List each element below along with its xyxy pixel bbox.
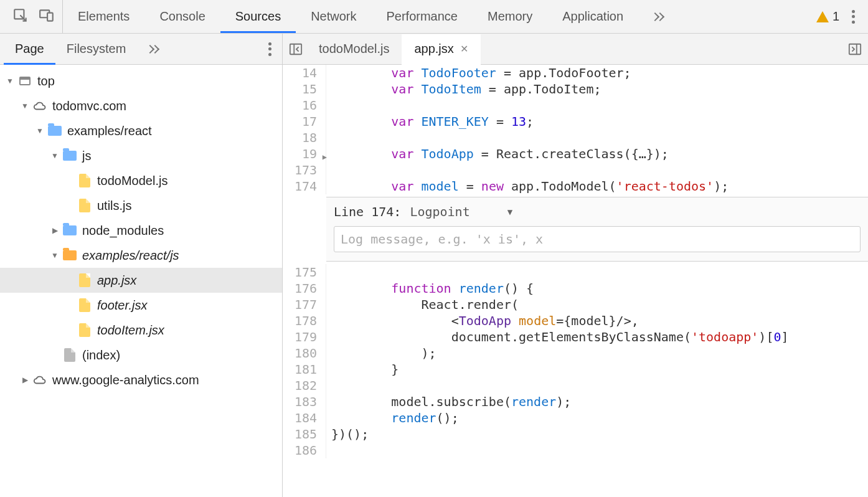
editor-tabbar: todoModel.js app.jsx ✕ <box>283 34 868 65</box>
show-debugger-icon[interactable] <box>844 39 866 60</box>
tree-folder-js[interactable]: js <box>0 143 282 168</box>
tree-folder-examples-react[interactable]: examples/react <box>0 118 282 143</box>
line-number[interactable]: 14 <box>283 65 326 81</box>
tree-domain[interactable]: todomvc.com <box>0 93 282 118</box>
tree-file-app[interactable]: app.jsx <box>0 268 282 293</box>
tree-label: todomvc.com <box>52 99 126 113</box>
tab-memory[interactable]: Memory <box>473 0 547 33</box>
line-number[interactable]: 177 <box>283 296 326 313</box>
tree-label: examples/react <box>67 124 152 138</box>
file-tab-todomodel[interactable]: todoModel.js <box>306 34 402 64</box>
warning-count-value: 1 <box>833 9 839 24</box>
folder-icon <box>62 148 77 163</box>
line-number[interactable]: 19▶ <box>283 146 326 162</box>
line-number[interactable]: 174 <box>283 178 326 194</box>
tree-label: footer.jsx <box>97 298 147 313</box>
breakpoint-type-select[interactable]: Logpoint ▼ <box>410 204 512 220</box>
settings-menu-icon[interactable] <box>852 10 856 24</box>
line-number[interactable]: 178 <box>283 313 326 329</box>
line-number[interactable]: 186 <box>283 442 326 458</box>
chevron-down-icon: ▼ <box>507 204 512 220</box>
line-number[interactable]: 181 <box>283 361 326 377</box>
sidebar-menu-icon[interactable] <box>268 42 272 56</box>
tree-label: top <box>37 74 55 88</box>
line-number[interactable]: 16 <box>283 97 326 113</box>
chevron-down-icon[interactable] <box>20 102 30 110</box>
tree-label: todoItem.jsx <box>97 323 164 338</box>
line-number[interactable]: 15 <box>283 81 326 97</box>
folder-icon <box>47 123 62 138</box>
chevron-down-icon[interactable] <box>50 251 60 260</box>
tree-file-todomodel[interactable]: todoModel.js <box>0 168 282 193</box>
tree-top[interactable]: top <box>0 69 282 93</box>
file-icon <box>62 348 77 362</box>
svg-rect-2 <box>47 13 53 21</box>
sidebar-tabs: Page Filesystem <box>0 34 282 65</box>
line-number[interactable]: 173 <box>283 162 326 178</box>
tree-folder-nodemodules[interactable]: node_modules <box>0 218 282 243</box>
line-number[interactable]: 182 <box>283 377 326 394</box>
tab-sources[interactable]: Sources <box>220 0 296 33</box>
tree-label: examples/react/js <box>82 249 179 263</box>
devtools-panel-tabs: Elements Console Sources Network Perform… <box>63 0 816 33</box>
line-number[interactable]: 176 <box>283 280 326 296</box>
tree-file-todoitem[interactable]: todoItem.jsx <box>0 318 282 343</box>
line-number[interactable]: 183 <box>283 394 326 410</box>
tree-label: todoModel.js <box>97 174 167 188</box>
folder-icon <box>62 223 77 238</box>
file-icon <box>77 298 92 313</box>
breakpoint-type-value: Logpoint <box>410 204 469 220</box>
logpoint-expression-input[interactable] <box>334 226 861 252</box>
sidebar-more-tabs-icon[interactable] <box>137 34 169 64</box>
line-number[interactable]: 17 <box>283 113 326 130</box>
sources-sidebar: Page Filesystem top todomvc.com examples… <box>0 34 283 497</box>
inspect-element-icon[interactable] <box>12 7 29 26</box>
tree-folder-reactjs[interactable]: examples/react/js <box>0 243 282 268</box>
tree-file-footer[interactable]: footer.jsx <box>0 293 282 318</box>
toolbar-left-icons <box>5 0 63 33</box>
tree-label: www.google-analytics.com <box>52 373 199 387</box>
tree-domain-ga[interactable]: www.google-analytics.com <box>0 367 282 392</box>
file-tab-app[interactable]: app.jsx ✕ <box>402 34 480 65</box>
close-icon[interactable]: ✕ <box>460 43 468 55</box>
toolbar-right: 1 <box>816 9 863 24</box>
cloud-icon <box>32 98 47 113</box>
show-navigator-icon[interactable] <box>285 39 306 60</box>
breakpoint-editor: Line 174: Logpoint ▼ <box>326 197 868 262</box>
chevron-down-icon[interactable] <box>50 151 60 160</box>
warning-count[interactable]: 1 <box>816 9 839 24</box>
line-number[interactable]: 184 <box>283 410 326 426</box>
main-area: Page Filesystem top todomvc.com examples… <box>0 34 868 497</box>
line-number[interactable]: 185 <box>283 426 326 442</box>
line-number[interactable]: 18 <box>283 130 326 146</box>
warning-icon <box>816 11 829 22</box>
tab-application[interactable]: Application <box>547 0 638 33</box>
device-toggle-icon[interactable] <box>39 7 55 26</box>
code-editor[interactable]: 14 var TodoFooter = app.TodoFooter; 15 v… <box>283 65 868 497</box>
tab-performance[interactable]: Performance <box>372 0 473 33</box>
editor-pane: todoModel.js app.jsx ✕ 14 var TodoFooter… <box>283 34 868 497</box>
file-tab-label: app.jsx <box>414 42 453 56</box>
tab-elements[interactable]: Elements <box>63 0 144 33</box>
line-number[interactable]: 175 <box>283 264 326 280</box>
tree-file-index[interactable]: (index) <box>0 343 282 367</box>
tree-label: (index) <box>82 348 120 362</box>
line-number[interactable]: 179 <box>283 329 326 345</box>
file-icon <box>77 173 92 188</box>
tree-file-utils[interactable]: utils.js <box>0 193 282 218</box>
chevron-right-icon[interactable] <box>50 226 60 235</box>
folder-icon <box>62 248 77 263</box>
file-icon <box>77 323 92 338</box>
sidebar-tab-page[interactable]: Page <box>4 34 55 64</box>
file-icon <box>77 198 92 213</box>
chevron-down-icon[interactable] <box>5 77 15 85</box>
line-number[interactable]: 180 <box>283 345 326 361</box>
chevron-right-icon[interactable] <box>20 376 30 384</box>
tab-console[interactable]: Console <box>144 0 220 33</box>
tree-label: node_modules <box>82 224 164 238</box>
chevron-down-icon[interactable] <box>35 126 45 135</box>
sidebar-tab-filesystem[interactable]: Filesystem <box>55 34 138 64</box>
more-tabs-icon[interactable] <box>638 0 678 33</box>
tab-network[interactable]: Network <box>296 0 371 33</box>
logpoint-line-label: Line 174: <box>334 204 401 220</box>
